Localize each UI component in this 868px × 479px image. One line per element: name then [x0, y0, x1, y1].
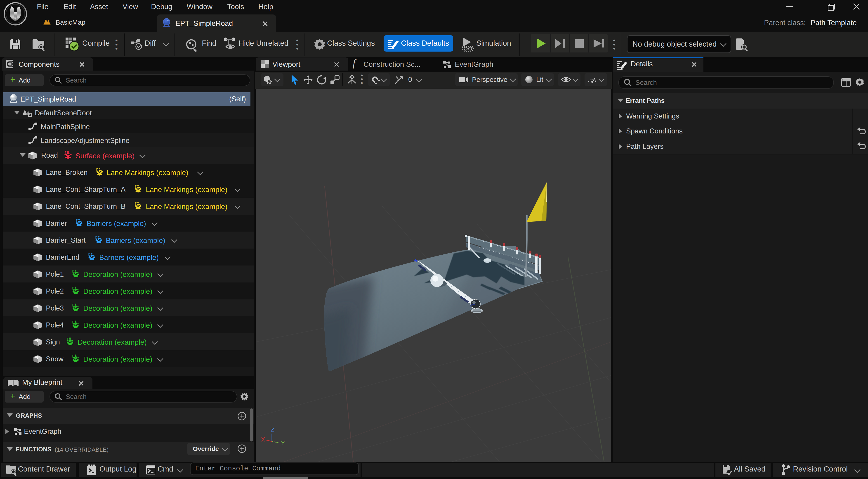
svg-text:Z: Z — [271, 426, 274, 433]
svg-text:Y: Y — [281, 440, 285, 446]
svg-text:X: X — [261, 436, 265, 443]
